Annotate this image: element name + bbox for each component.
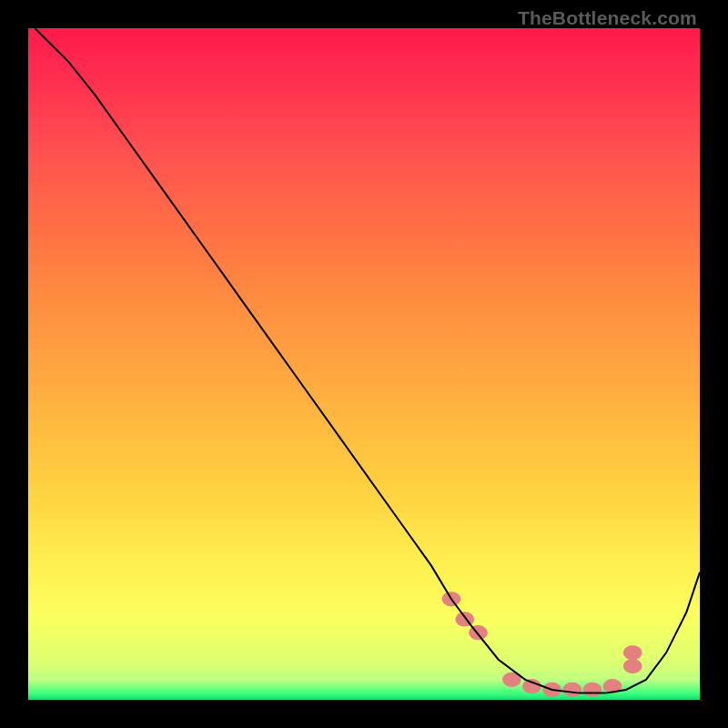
highlight-dot — [583, 682, 602, 697]
bottleneck-curve — [35, 28, 700, 693]
highlight-dot — [562, 682, 581, 697]
chart-svg — [28, 28, 700, 700]
highlight-dot — [522, 679, 541, 693]
chart-container: TheBottleneck.com — [0, 0, 728, 728]
watermark-text: TheBottleneck.com — [518, 7, 697, 29]
highlight-dots-group — [442, 592, 642, 697]
highlight-dot — [623, 659, 642, 673]
highlight-dot — [623, 645, 642, 660]
